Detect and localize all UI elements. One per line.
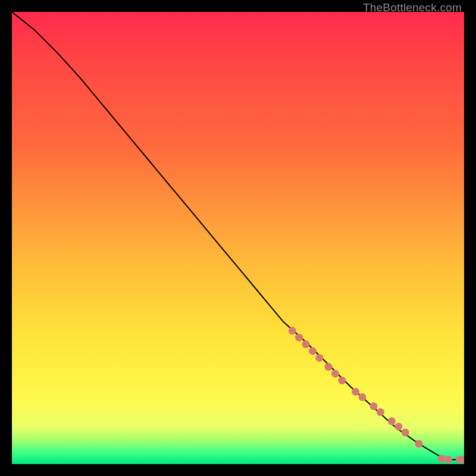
marker-point <box>370 402 378 410</box>
marker-point <box>402 428 409 436</box>
chart-frame <box>12 12 464 464</box>
marker-point <box>338 377 346 384</box>
marker-point <box>309 347 317 355</box>
marker-point <box>325 363 333 371</box>
marker-point <box>438 455 446 462</box>
marker-point <box>388 417 396 425</box>
marker-point <box>415 440 423 447</box>
marker-point <box>331 370 339 378</box>
marker-point <box>444 456 452 464</box>
curve-line <box>12 12 464 459</box>
curve-markers <box>289 327 464 464</box>
marker-point <box>359 393 367 401</box>
marker-point <box>352 388 359 396</box>
marker-point <box>377 408 384 416</box>
marker-point <box>394 422 402 430</box>
marker-point <box>302 340 310 348</box>
marker-point <box>315 354 323 362</box>
chart-overlay <box>12 12 464 464</box>
marker-point <box>295 334 303 342</box>
marker-point <box>289 327 296 334</box>
